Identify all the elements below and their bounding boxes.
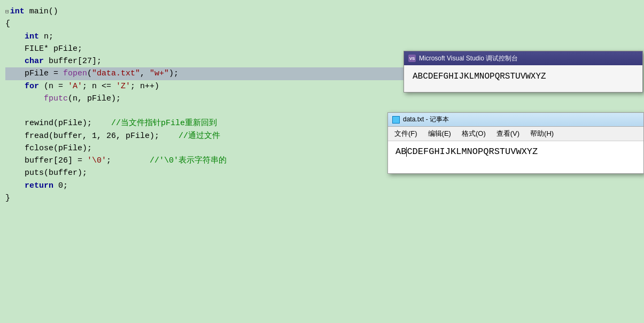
code-text: n; — [39, 30, 53, 43]
code-text: { — [5, 18, 10, 30]
code-text: } — [5, 192, 10, 204]
code-text: ; — [106, 155, 150, 167]
code-text: buffer[26] = — [25, 155, 87, 167]
code-text: ; n <= — [82, 80, 116, 93]
code-text: ); — [169, 67, 179, 80]
keyword-char: char — [25, 55, 44, 67]
notepad-window[interactable]: data.txt - 记事本 文件(F) 编辑(E) 格式(O) 查看(V) 帮… — [387, 112, 644, 174]
vs-console-body: ABCDEFGHIJKLMNOPQRSTUVWXYZ — [404, 65, 642, 92]
str-literal-2: "w+" — [150, 67, 169, 80]
notepad-menubar[interactable]: 文件(F) 编辑(E) 格式(O) 查看(V) 帮助(H) — [388, 127, 643, 141]
notepad-text-before-cursor: AB — [395, 147, 406, 157]
code-editor: ⊟int main() { int n; FILE* pFile; char b… — [0, 0, 406, 323]
char-a: 'A' — [68, 80, 82, 93]
code-text: (n, pFile); — [68, 93, 121, 105]
notepad-body[interactable]: ABCDEFGHIJKLMNOPQRSTUVWXYZ — [388, 141, 643, 173]
menu-edit[interactable]: 编辑(E) — [426, 128, 453, 140]
vs-console-title: Microsoft Visual Studio 调试控制台 — [419, 54, 518, 63]
str-literal: "data.txt" — [92, 67, 140, 80]
collapse-icon[interactable]: ⊟ — [5, 7, 9, 17]
code-line-15: return 0; — [5, 180, 406, 192]
code-line-5: char buffer[27]; — [5, 55, 406, 67]
code-line-10: rewind(pFile); //当文件指针pFile重新回到 — [5, 117, 406, 129]
indent — [5, 180, 25, 192]
char-null: '\0' — [87, 155, 106, 167]
fn-fopen: fopen — [63, 67, 87, 80]
indent — [5, 80, 25, 93]
vs-logo-icon: VS — [408, 55, 416, 62]
comment-1: //当文件指针pFile重新回到 — [111, 117, 217, 129]
code-text: puts(buffer); — [25, 167, 87, 179]
vs-console-titlebar: VS Microsoft Visual Studio 调试控制台 — [404, 51, 642, 65]
code-text: FILE* pFile; — [25, 43, 82, 55]
indent — [5, 67, 25, 80]
code-text: ( — [87, 67, 92, 80]
menu-view[interactable]: 查看(V) — [494, 128, 522, 140]
indent — [5, 43, 25, 55]
code-text: (n = — [39, 80, 68, 93]
indent — [5, 55, 25, 67]
keyword-for: for — [25, 80, 39, 93]
code-text: buffer[27]; — [44, 55, 102, 67]
comment-3: //'\0'表示字符串的 — [150, 155, 227, 167]
code-text: main() — [25, 5, 58, 18]
menu-help[interactable]: 帮助(H) — [528, 128, 556, 140]
keyword-int: int — [10, 5, 25, 18]
indent — [5, 93, 44, 105]
code-line-11: fread(buffer, 1, 26, pFile); //通过文件 — [5, 130, 406, 142]
menu-format[interactable]: 格式(O) — [460, 128, 488, 140]
notepad-file-icon — [392, 116, 400, 124]
code-line-12: fclose(pFile); — [5, 142, 406, 155]
notepad-text-after-cursor: CDEFGHIJKLMNOPQRSTUVWXYZ — [407, 147, 538, 157]
menu-file[interactable]: 文件(F) — [392, 128, 420, 140]
code-text: fread(buffer, 1, 26, pFile); — [25, 130, 179, 142]
char-z: 'Z' — [116, 80, 130, 93]
keyword-return: return — [25, 180, 53, 192]
vs-console-window[interactable]: VS Microsoft Visual Studio 调试控制台 ABCDEFG… — [404, 51, 643, 93]
code-text: pFile = — [25, 67, 63, 80]
indent — [5, 130, 25, 142]
code-text: 0; — [53, 180, 68, 192]
notepad-title: data.txt - 记事本 — [403, 115, 449, 124]
code-text: , — [140, 67, 150, 80]
code-line-6: pFile = fopen("data.txt", "w+"); — [5, 67, 406, 80]
code-line-2: { — [5, 18, 406, 30]
code-line-3: int n; — [5, 30, 406, 43]
code-text: rewind(pFile); — [25, 117, 111, 129]
code-text: ; n++) — [130, 80, 159, 93]
code-line-16: } — [5, 192, 406, 204]
indent — [5, 117, 25, 129]
code-line-14: puts(buffer); — [5, 167, 406, 179]
code-text: fclose(pFile); — [25, 142, 92, 155]
indent — [5, 167, 25, 179]
code-line-4: FILE* pFile; — [5, 43, 406, 55]
fn-fputc: fputc — [44, 93, 68, 105]
blank-line — [5, 105, 10, 117]
keyword-int: int — [25, 30, 39, 43]
indent — [5, 155, 25, 167]
code-line-13: buffer[26] = '\0'; //'\0'表示字符串的 — [5, 155, 406, 167]
indent — [5, 142, 25, 155]
notepad-titlebar: data.txt - 记事本 — [388, 113, 643, 127]
vs-console-output: ABCDEFGHIJKLMNOPQRSTUVWXYZ — [413, 72, 546, 81]
indent — [5, 30, 25, 43]
code-line-8: fputc(n, pFile); — [5, 93, 406, 105]
code-line-7: for (n = 'A'; n <= 'Z'; n++) — [5, 80, 406, 93]
comment-2: //通过文件 — [179, 130, 220, 142]
code-line-1: ⊟int main() — [5, 5, 406, 18]
code-line-9 — [5, 105, 406, 117]
